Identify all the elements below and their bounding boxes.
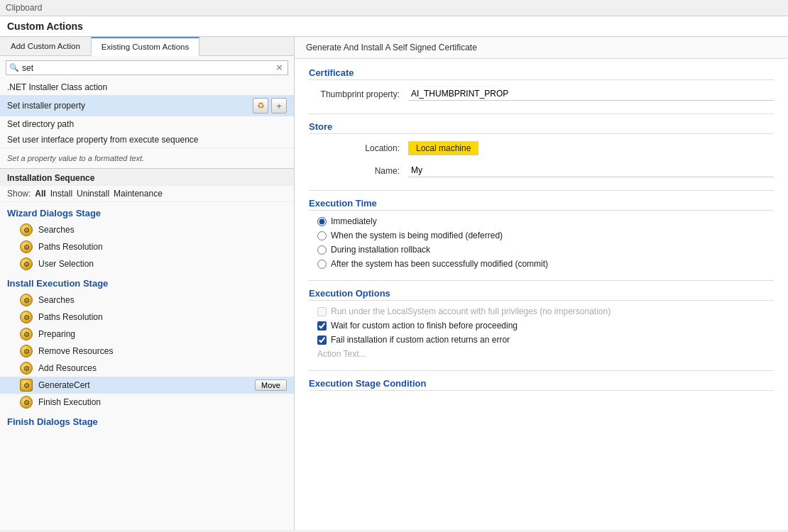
radio-immediately-input[interactable] — [317, 217, 327, 226]
show-label: Show: — [7, 189, 31, 199]
stage-finish-dialogs: Finish Dialogs Stage — [0, 411, 294, 430]
seq-item-wizard-searches[interactable]: ⚙ Searches — [0, 221, 294, 238]
seq-icon-searches: ⚙ — [20, 223, 33, 236]
location-label: Location: — [309, 143, 408, 153]
checkbox-wait-input[interactable] — [317, 321, 327, 331]
right-header: Generate And Install A Self Signed Certi… — [295, 37, 788, 59]
move-button[interactable]: Move — [255, 379, 287, 391]
top-bar: Clipboard — [0, 0, 788, 16]
tab-existing-custom-actions[interactable]: Existing Custom Actions — [91, 37, 199, 56]
stage-install-execution: Install Execution Stage — [0, 272, 294, 292]
name-input[interactable] — [408, 164, 774, 177]
show-uninstall-link[interactable]: Uninstall — [77, 189, 109, 199]
action-item-setprop[interactable]: Set installer property ♻ + — [0, 95, 294, 116]
store-title: Store — [309, 121, 774, 134]
execution-stage-condition-section: Execution Stage Condition — [309, 378, 774, 391]
stage-wizard-dialogs: Wizard Dialogs Stage — [0, 202, 294, 221]
seq-item-wizard-paths[interactable]: ⚙ Paths Resolution — [0, 238, 294, 255]
left-panel: Add Custom Action Existing Custom Action… — [0, 37, 295, 530]
page-title: Custom Actions — [0, 16, 788, 37]
action-list: .NET Installer Class action Set installe… — [0, 79, 294, 148]
radio-rollback-input[interactable] — [317, 245, 327, 255]
location-button[interactable]: Local machine — [408, 141, 478, 155]
seq-item-install-paths[interactable]: ⚙ Paths Resolution — [0, 309, 294, 326]
sequence-scroll: Wizard Dialogs Stage ⚙ Searches ⚙ Paths … — [0, 202, 294, 530]
radio-deferred-input[interactable] — [317, 231, 327, 240]
hint-text: Set a property value to a formatted text… — [0, 148, 294, 168]
seq-item-generatecert[interactable]: ⚙ GenerateCert Move — [0, 377, 294, 394]
action-item-setui[interactable]: Set user interface property from execute… — [0, 132, 294, 148]
seq-icon-generatecert: ⚙ — [20, 379, 33, 392]
radio-deferred: When the system is being modified (defer… — [309, 231, 774, 240]
search-clear-button[interactable]: ✕ — [274, 62, 285, 73]
search-input[interactable] — [22, 63, 274, 73]
seq-icon-remove: ⚙ — [20, 345, 33, 358]
radio-commit-input[interactable] — [317, 260, 327, 269]
seq-icon-usersel: ⚙ — [20, 257, 33, 270]
search-icon: 🔍 — [9, 63, 19, 72]
store-section: Store Location: Local machine Name: — [309, 121, 774, 179]
seq-icon-preparing: ⚙ — [20, 328, 33, 340]
seq-icon-paths: ⚙ — [20, 240, 33, 253]
execution-time-section: Execution Time Immediately When the syst… — [309, 198, 774, 269]
radio-rollback: During installation rollback — [309, 245, 774, 255]
right-content: Certificate Thumbprint property: Store L… — [295, 59, 788, 411]
action-text-placeholder: Action Text... — [309, 349, 774, 359]
execution-options-section: Execution Options Run under the LocalSys… — [309, 288, 774, 359]
thumbprint-label: Thumbprint property: — [309, 89, 408, 99]
checkbox-fail-input[interactable] — [317, 336, 327, 345]
name-row: Name: — [309, 162, 774, 179]
checkbox-localsystem-input[interactable] — [317, 307, 327, 316]
seq-item-install-preparing[interactable]: ⚙ Preparing — [0, 326, 294, 343]
seq-item-install-add[interactable]: ⚙ Add Resources — [0, 360, 294, 377]
radio-immediately: Immediately — [309, 216, 774, 226]
checkbox-fail: Fail installation if custom action retur… — [309, 335, 774, 345]
action-item-dotnet[interactable]: .NET Installer Class action — [0, 79, 294, 95]
location-row: Location: Local machine — [309, 140, 774, 157]
show-install-link[interactable]: Install — [50, 189, 72, 199]
seq-item-install-searches[interactable]: ⚙ Searches — [0, 292, 294, 309]
action-item-icons: ♻ + — [253, 98, 287, 113]
installation-sequence-header: Installation Sequence — [0, 168, 294, 186]
checkbox-localsystem: Run under the LocalSystem account with f… — [309, 306, 774, 316]
radio-commit: After the system has been successfully m… — [309, 259, 774, 269]
action-icon-add[interactable]: + — [271, 98, 287, 113]
name-label: Name: — [309, 166, 408, 176]
seq-icon-add-resources: ⚙ — [20, 362, 33, 375]
execution-time-title: Execution Time — [309, 198, 774, 211]
thumbprint-row: Thumbprint property: — [309, 86, 774, 102]
tab-add-custom-action[interactable]: Add Custom Action — [0, 37, 91, 55]
tabs-bar: Add Custom Action Existing Custom Action… — [0, 37, 294, 56]
clipboard-label: Clipboard — [6, 3, 42, 13]
certificate-title: Certificate — [309, 67, 774, 80]
seq-item-install-remove[interactable]: ⚙ Remove Resources — [0, 343, 294, 360]
right-panel: Generate And Install A Self Signed Certi… — [295, 37, 788, 530]
checkbox-wait: Wait for custom action to finish before … — [309, 321, 774, 331]
seq-icon-install-paths: ⚙ — [20, 311, 33, 323]
show-bar: Show: All Install Uninstall Maintenance — [0, 186, 294, 202]
show-all-link[interactable]: All — [35, 189, 45, 199]
execution-options-title: Execution Options — [309, 288, 774, 301]
show-maintenance-link[interactable]: Maintenance — [114, 189, 163, 199]
seq-item-finish-exec[interactable]: ⚙ Finish Execution — [0, 394, 294, 411]
execution-stage-condition-title: Execution Stage Condition — [309, 378, 774, 391]
search-box: 🔍 ✕ — [6, 60, 288, 75]
certificate-section: Certificate Thumbprint property: — [309, 67, 774, 102]
action-icon-refresh[interactable]: ♻ — [253, 98, 268, 113]
seq-icon-install-searches: ⚙ — [20, 294, 33, 306]
seq-icon-finish-exec: ⚙ — [20, 396, 33, 409]
seq-item-wizard-usersel[interactable]: ⚙ User Selection — [0, 255, 294, 272]
action-item-setdir[interactable]: Set directory path — [0, 116, 294, 132]
thumbprint-input[interactable] — [408, 87, 774, 101]
